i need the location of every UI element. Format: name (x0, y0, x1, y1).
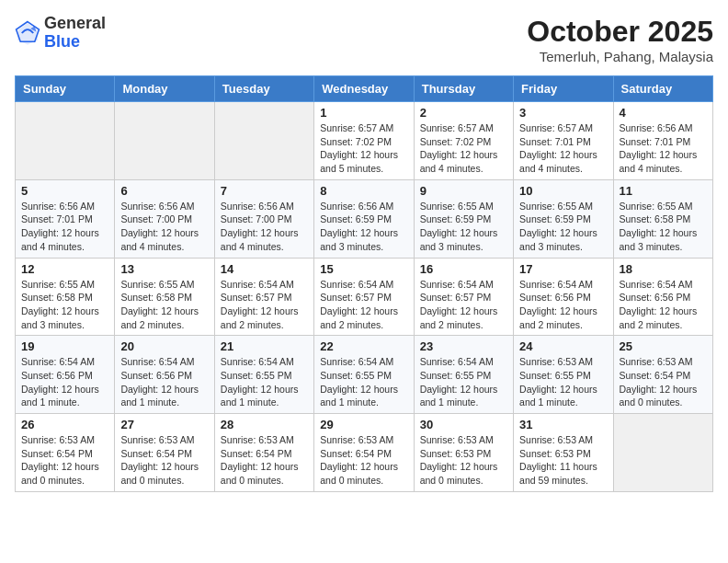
calendar-cell: 15Sunrise: 6:54 AM Sunset: 6:57 PM Dayli… (314, 258, 414, 336)
calendar-cell (613, 414, 712, 492)
day-number: 17 (519, 262, 607, 276)
calendar-cell: 1Sunrise: 6:57 AM Sunset: 7:02 PM Daylig… (314, 102, 414, 180)
day-number: 20 (120, 339, 208, 353)
day-number: 27 (120, 418, 208, 431)
calendar-week-row: 19Sunrise: 6:54 AM Sunset: 6:56 PM Dayli… (16, 336, 713, 414)
day-info: Sunrise: 6:54 AM Sunset: 6:55 PM Dayligh… (221, 355, 308, 409)
day-number: 2 (420, 106, 507, 120)
day-number: 28 (221, 418, 308, 431)
day-info: Sunrise: 6:56 AM Sunset: 7:01 PM Dayligh… (21, 200, 108, 254)
day-number: 26 (21, 418, 108, 431)
day-info: Sunrise: 6:54 AM Sunset: 6:55 PM Dayligh… (320, 355, 407, 409)
day-info: Sunrise: 6:56 AM Sunset: 7:00 PM Dayligh… (221, 200, 308, 254)
calendar-week-row: 5Sunrise: 6:56 AM Sunset: 7:01 PM Daylig… (16, 179, 713, 258)
day-info: Sunrise: 6:53 AM Sunset: 6:54 PM Dayligh… (320, 433, 407, 488)
day-header-saturday: Saturday (613, 76, 712, 102)
calendar-cell (16, 102, 115, 180)
day-number: 15 (320, 262, 407, 276)
location: Temerluh, Pahang, Malaysia (527, 49, 713, 64)
calendar-cell: 9Sunrise: 6:55 AM Sunset: 6:59 PM Daylig… (414, 179, 513, 258)
day-number: 1 (320, 106, 407, 120)
calendar-cell: 12Sunrise: 6:55 AM Sunset: 6:58 PM Dayli… (16, 258, 115, 336)
day-number: 5 (21, 184, 108, 198)
day-info: Sunrise: 6:53 AM Sunset: 6:54 PM Dayligh… (620, 355, 707, 409)
day-number: 22 (320, 339, 407, 353)
day-info: Sunrise: 6:54 AM Sunset: 6:56 PM Dayligh… (120, 355, 208, 409)
day-number: 29 (320, 418, 407, 431)
calendar-week-row: 26Sunrise: 6:53 AM Sunset: 6:54 PM Dayli… (16, 414, 713, 492)
calendar-cell: 17Sunrise: 6:54 AM Sunset: 6:56 PM Dayli… (514, 258, 613, 336)
day-info: Sunrise: 6:55 AM Sunset: 6:58 PM Dayligh… (21, 278, 108, 332)
calendar-cell: 29Sunrise: 6:53 AM Sunset: 6:54 PM Dayli… (314, 414, 414, 492)
day-info: Sunrise: 6:53 AM Sunset: 6:53 PM Dayligh… (519, 433, 607, 488)
calendar-cell: 2Sunrise: 6:57 AM Sunset: 7:02 PM Daylig… (414, 102, 513, 180)
calendar-cell: 28Sunrise: 6:53 AM Sunset: 6:54 PM Dayli… (214, 414, 313, 492)
day-header-tuesday: Tuesday (214, 76, 313, 102)
calendar-cell: 31Sunrise: 6:53 AM Sunset: 6:53 PM Dayli… (514, 414, 613, 492)
calendar-cell: 6Sunrise: 6:56 AM Sunset: 7:00 PM Daylig… (115, 179, 214, 258)
calendar-cell: 24Sunrise: 6:53 AM Sunset: 6:55 PM Dayli… (514, 336, 613, 414)
day-info: Sunrise: 6:56 AM Sunset: 7:00 PM Dayligh… (120, 200, 208, 254)
calendar-week-row: 12Sunrise: 6:55 AM Sunset: 6:58 PM Dayli… (16, 258, 713, 336)
calendar-week-row: 1Sunrise: 6:57 AM Sunset: 7:02 PM Daylig… (16, 102, 713, 180)
calendar-cell: 13Sunrise: 6:55 AM Sunset: 6:58 PM Dayli… (115, 258, 214, 336)
calendar-cell: 3Sunrise: 6:57 AM Sunset: 7:01 PM Daylig… (514, 102, 613, 180)
day-number: 19 (21, 339, 108, 353)
logo: General Blue (15, 15, 106, 52)
calendar-cell: 10Sunrise: 6:55 AM Sunset: 6:59 PM Dayli… (514, 179, 613, 258)
day-info: Sunrise: 6:54 AM Sunset: 6:55 PM Dayligh… (420, 355, 507, 409)
day-info: Sunrise: 6:53 AM Sunset: 6:55 PM Dayligh… (519, 355, 607, 409)
calendar-cell: 11Sunrise: 6:55 AM Sunset: 6:58 PM Dayli… (613, 179, 712, 258)
day-number: 25 (620, 339, 707, 353)
day-info: Sunrise: 6:57 AM Sunset: 7:01 PM Dayligh… (519, 121, 607, 176)
day-number: 12 (21, 262, 108, 276)
calendar-cell: 26Sunrise: 6:53 AM Sunset: 6:54 PM Dayli… (16, 414, 115, 492)
calendar-cell: 27Sunrise: 6:53 AM Sunset: 6:54 PM Dayli… (115, 414, 214, 492)
day-header-monday: Monday (115, 76, 214, 102)
day-info: Sunrise: 6:57 AM Sunset: 7:02 PM Dayligh… (420, 121, 507, 176)
calendar-cell: 14Sunrise: 6:54 AM Sunset: 6:57 PM Dayli… (214, 258, 313, 336)
day-number: 16 (420, 262, 507, 276)
calendar-cell: 7Sunrise: 6:56 AM Sunset: 7:00 PM Daylig… (214, 179, 313, 258)
calendar-header-row: SundayMondayTuesdayWednesdayThursdayFrid… (16, 76, 713, 102)
calendar-cell (115, 102, 214, 180)
day-info: Sunrise: 6:57 AM Sunset: 7:02 PM Dayligh… (320, 121, 407, 176)
calendar-cell (214, 102, 313, 180)
day-number: 30 (420, 418, 507, 431)
calendar-table: SundayMondayTuesdayWednesdayThursdayFrid… (15, 75, 713, 492)
day-info: Sunrise: 6:54 AM Sunset: 6:56 PM Dayligh… (21, 355, 108, 409)
day-info: Sunrise: 6:55 AM Sunset: 6:58 PM Dayligh… (620, 200, 707, 254)
day-number: 14 (221, 262, 308, 276)
calendar-cell: 21Sunrise: 6:54 AM Sunset: 6:55 PM Dayli… (214, 336, 313, 414)
calendar-cell: 20Sunrise: 6:54 AM Sunset: 6:56 PM Dayli… (115, 336, 214, 414)
day-number: 31 (519, 418, 607, 431)
calendar-cell: 22Sunrise: 6:54 AM Sunset: 6:55 PM Dayli… (314, 336, 414, 414)
day-number: 10 (519, 184, 607, 198)
day-info: Sunrise: 6:53 AM Sunset: 6:54 PM Dayligh… (21, 433, 108, 488)
calendar-cell: 23Sunrise: 6:54 AM Sunset: 6:55 PM Dayli… (414, 336, 513, 414)
day-number: 8 (320, 184, 407, 198)
day-info: Sunrise: 6:54 AM Sunset: 6:57 PM Dayligh… (221, 278, 308, 332)
day-number: 7 (221, 184, 308, 198)
day-number: 23 (420, 339, 507, 353)
day-number: 18 (620, 262, 707, 276)
calendar-cell: 8Sunrise: 6:56 AM Sunset: 6:59 PM Daylig… (314, 179, 414, 258)
page-header: General Blue October 2025 Temerluh, Paha… (15, 15, 713, 64)
day-header-wednesday: Wednesday (314, 76, 414, 102)
day-info: Sunrise: 6:54 AM Sunset: 6:57 PM Dayligh… (320, 278, 407, 332)
day-header-sunday: Sunday (16, 76, 115, 102)
day-info: Sunrise: 6:53 AM Sunset: 6:53 PM Dayligh… (420, 433, 507, 488)
day-info: Sunrise: 6:54 AM Sunset: 6:57 PM Dayligh… (420, 278, 507, 332)
day-info: Sunrise: 6:53 AM Sunset: 6:54 PM Dayligh… (120, 433, 208, 488)
day-number: 9 (420, 184, 507, 198)
calendar-cell: 19Sunrise: 6:54 AM Sunset: 6:56 PM Dayli… (16, 336, 115, 414)
logo-text: General Blue (44, 15, 106, 52)
day-number: 24 (519, 339, 607, 353)
day-number: 3 (519, 106, 607, 120)
day-info: Sunrise: 6:55 AM Sunset: 6:58 PM Dayligh… (120, 278, 208, 332)
day-info: Sunrise: 6:56 AM Sunset: 7:01 PM Dayligh… (620, 121, 707, 176)
day-number: 4 (620, 106, 707, 120)
calendar-cell: 4Sunrise: 6:56 AM Sunset: 7:01 PM Daylig… (613, 102, 712, 180)
day-header-friday: Friday (514, 76, 613, 102)
calendar-cell: 5Sunrise: 6:56 AM Sunset: 7:01 PM Daylig… (16, 179, 115, 258)
